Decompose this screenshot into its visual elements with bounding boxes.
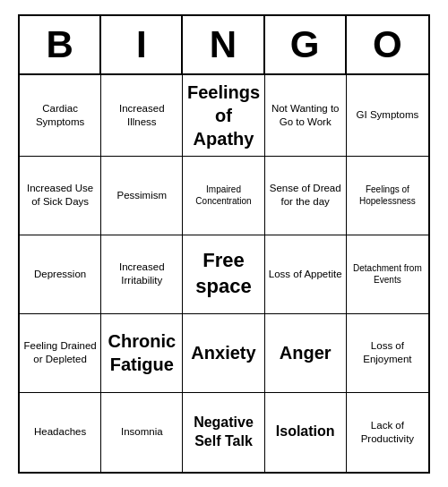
bingo-cell-21[interactable]: Insomnia [101,393,183,472]
bingo-cell-24[interactable]: Lack of Productivity [347,393,428,472]
bingo-cell-14[interactable]: Detachment from Events [347,235,428,314]
bingo-cell-3[interactable]: Not Wanting to Go to Work [265,75,347,157]
bingo-cell-22[interactable]: Negative Self Talk [183,393,264,472]
bingo-cell-2[interactable]: Feelings of Apathy [183,75,264,157]
bingo-letter-g: G [265,16,347,73]
bingo-cell-16[interactable]: Chronic Fatigue [101,314,183,393]
bingo-letter-b: B [20,16,101,73]
bingo-cell-11[interactable]: Increased Irritability [101,235,183,314]
bingo-cell-10[interactable]: Depression [20,235,101,314]
bingo-cell-19[interactable]: Loss of Enjoyment [347,314,428,393]
bingo-cell-17[interactable]: Anxiety [183,314,264,393]
bingo-cell-0[interactable]: Cardiac Symptoms [20,75,101,157]
bingo-cell-6[interactable]: Pessimism [101,157,183,235]
bingo-cell-5[interactable]: Increased Use of Sick Days [20,157,101,235]
bingo-cell-1[interactable]: Increased Illness [101,75,183,157]
bingo-cell-12[interactable]: Free space [183,235,264,314]
bingo-header: BINGO [20,16,428,75]
bingo-letter-i: I [101,16,183,73]
bingo-letter-o: O [347,16,428,73]
bingo-cell-8[interactable]: Sense of Dread for the day [265,157,347,235]
bingo-cell-18[interactable]: Anger [265,314,347,393]
bingo-letter-n: N [183,16,264,73]
bingo-cell-7[interactable]: Impaired Concentration [183,157,264,235]
bingo-cell-4[interactable]: GI Symptoms [347,75,428,157]
bingo-cell-9[interactable]: Feelings of Hopelessness [347,157,428,235]
bingo-cell-15[interactable]: Feeling Drained or Depleted [20,314,101,393]
bingo-cell-13[interactable]: Loss of Appetite [265,235,347,314]
bingo-card: BINGO Cardiac SymptomsIncreased IllnessF… [18,14,430,474]
bingo-cell-20[interactable]: Headaches [20,393,101,472]
bingo-grid: Cardiac SymptomsIncreased IllnessFeeling… [20,75,428,472]
bingo-cell-23[interactable]: Isolation [265,393,347,472]
